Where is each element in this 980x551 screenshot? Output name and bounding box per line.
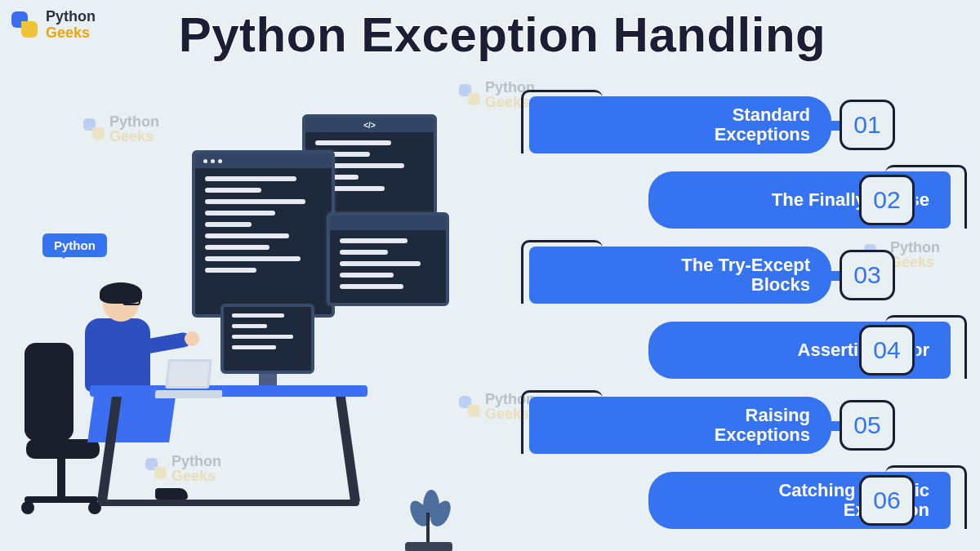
speech-bubble: Python	[42, 233, 107, 257]
topic-item: Assertion Error 04	[488, 320, 970, 385]
brand-line1: Python	[46, 9, 96, 24]
plant-icon	[400, 498, 457, 551]
topic-item: Standard Exceptions 01	[488, 95, 970, 160]
topic-number: 01	[840, 100, 895, 150]
topic-number: 02	[859, 175, 915, 225]
topic-label: The Try-Except Blocks	[681, 256, 810, 295]
developer-illustration: </>	[0, 114, 457, 539]
topic-number: 06	[859, 475, 915, 526]
topic-item: The Try-Except Blocks 03	[488, 245, 970, 310]
topic-number: 04	[859, 325, 915, 375]
python-logo-icon	[8, 8, 41, 41]
topics-list: Standard Exceptions 01 The Finally Claus…	[488, 95, 970, 545]
topic-item: The Finally Clause 02	[488, 170, 970, 235]
topic-item: Catching Specific Exception 06	[488, 470, 970, 535]
topic-item: Raising Exceptions 05	[488, 395, 970, 460]
page-title: Python Exception Handling	[135, 7, 870, 63]
topic-label: Standard Exceptions	[715, 105, 810, 144]
code-window-icon	[327, 212, 449, 306]
speech-bubble-text: Python	[54, 238, 96, 252]
brand-logo: Python Geeks	[8, 8, 96, 41]
laptop-icon	[155, 359, 222, 398]
brand-logo-text: Python Geeks	[46, 9, 96, 40]
monitor-icon	[220, 304, 314, 374]
topic-number: 05	[840, 400, 895, 451]
topic-number: 03	[840, 250, 895, 300]
topic-label: Raising Exceptions	[715, 406, 810, 445]
desk-icon	[90, 385, 368, 508]
code-window-icon	[192, 150, 335, 318]
brand-line2: Geeks	[46, 25, 96, 40]
